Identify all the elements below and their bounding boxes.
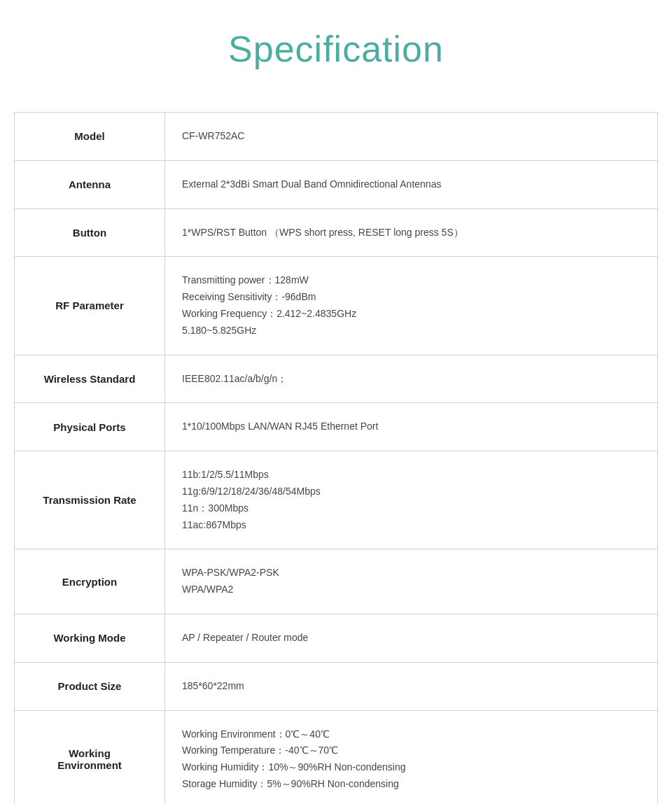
- value-line: WPA-PSK/WPA2-PSK: [182, 565, 640, 581]
- table-row: Transmission Rate11b:1/2/5.5/11Mbps11g:6…: [15, 451, 658, 549]
- row-value: 185*60*22mm: [165, 662, 658, 710]
- table-row: ModelCF-WR752AC: [15, 113, 658, 161]
- value-line: 11b:1/2/5.5/11Mbps: [182, 467, 640, 484]
- row-value: AP / Repeater / Router mode: [165, 614, 658, 662]
- row-value: CF-WR752AC: [165, 113, 658, 161]
- value-line: 185*60*22mm: [182, 678, 640, 695]
- row-label: Antenna: [15, 160, 165, 209]
- value-line: IEEE802.11ac/a/b/g/n；: [182, 371, 640, 388]
- row-label: Button: [15, 209, 165, 257]
- row-label: Product Size: [15, 662, 165, 710]
- row-value: Working Environment：0℃～40℃Working Temper…: [165, 710, 658, 804]
- value-line: 11ac:867Mbps: [182, 517, 640, 534]
- row-value: IEEE802.11ac/a/b/g/n；: [165, 355, 658, 403]
- table-row: Wireless StandardIEEE802.11ac/a/b/g/n；: [15, 355, 658, 403]
- value-line: Working Frequency：2.412~2.4835GHz: [182, 306, 640, 323]
- spec-table: ModelCF-WR752ACAntennaExternal 2*3dBi Sm…: [14, 112, 658, 804]
- table-row: Product Size185*60*22mm: [15, 662, 658, 710]
- table-row: RF ParameterTransmitting power：128mWRece…: [15, 257, 658, 355]
- page-title: Specification: [14, 28, 658, 77]
- row-value: 11b:1/2/5.5/11Mbps11g:6/9/12/18/24/36/48…: [165, 451, 658, 549]
- row-value: 1*WPS/RST Button （WPS short press, RESET…: [165, 209, 658, 257]
- row-value: 1*10/100Mbps LAN/WAN RJ45 Ethernet Port: [165, 403, 658, 451]
- row-label: Model: [15, 113, 165, 161]
- value-line: Working Humidity：10%～90%RH Non-condensin…: [182, 759, 640, 776]
- row-label: Physical Ports: [15, 403, 165, 451]
- value-line: Transmitting power：128mW: [182, 272, 640, 289]
- table-row: AntennaExternal 2*3dBi Smart Dual Band O…: [15, 160, 658, 209]
- row-value: External 2*3dBi Smart Dual Band Omnidire…: [165, 160, 658, 209]
- row-label: Working Environment: [15, 710, 165, 804]
- row-label: Transmission Rate: [15, 451, 165, 549]
- table-row: Button1*WPS/RST Button （WPS short press,…: [15, 209, 658, 257]
- table-row: Working EnvironmentWorking Environment：0…: [15, 710, 658, 804]
- value-line: External 2*3dBi Smart Dual Band Omnidire…: [182, 176, 640, 193]
- value-line: Working Environment：0℃～40℃: [182, 726, 640, 743]
- row-value: WPA-PSK/WPA2-PSKWPA/WPA2: [165, 549, 658, 614]
- value-line: WPA/WPA2: [182, 581, 640, 598]
- value-line: 1*WPS/RST Button （WPS short press, RESET…: [182, 225, 640, 241]
- value-line: 1*10/100Mbps LAN/WAN RJ45 Ethernet Port: [182, 418, 640, 435]
- table-row: Physical Ports1*10/100Mbps LAN/WAN RJ45 …: [15, 403, 658, 451]
- value-line: CF-WR752AC: [182, 128, 640, 145]
- row-label: RF Parameter: [15, 257, 165, 355]
- value-line: Receiving Sensitivity：-96dBm: [182, 289, 640, 306]
- value-line: Storage Humidity：5%～90%RH Non-condensing: [182, 776, 640, 793]
- value-line: AP / Repeater / Router mode: [182, 630, 640, 647]
- value-line: 11n：300Mbps: [182, 500, 640, 517]
- table-row: EncryptionWPA-PSK/WPA2-PSKWPA/WPA2: [15, 549, 658, 614]
- row-label: Working Mode: [15, 614, 165, 662]
- page-container: Specification ModelCF-WR752ACAntennaExte…: [0, 0, 672, 804]
- value-line: Working Temperature：-40℃～70℃: [182, 742, 640, 759]
- table-row: Working ModeAP / Repeater / Router mode: [15, 614, 658, 662]
- value-line: 11g:6/9/12/18/24/36/48/54Mbps: [182, 484, 640, 500]
- row-label: Wireless Standard: [15, 355, 165, 403]
- value-line: 5.180~5.825GHz: [182, 323, 640, 339]
- row-value: Transmitting power：128mWReceiving Sensit…: [165, 257, 658, 355]
- row-label: Encryption: [15, 549, 165, 614]
